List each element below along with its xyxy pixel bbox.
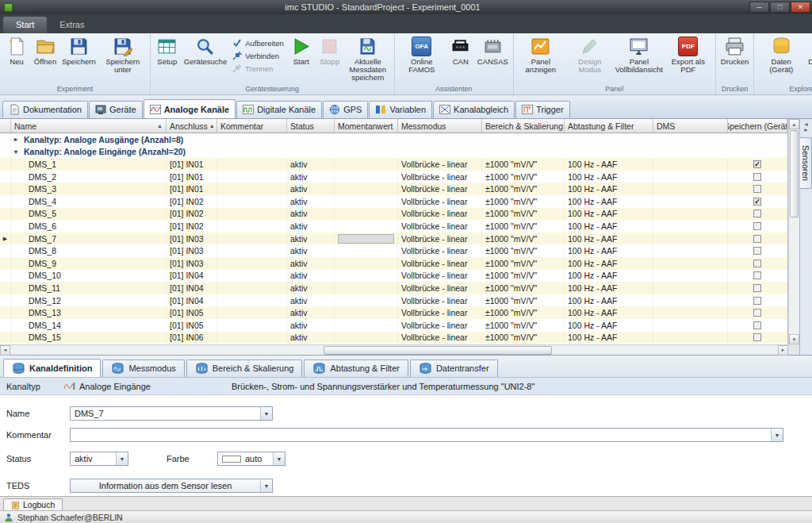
vertical-scrollbar[interactable]: ▲ ▼ [788, 119, 799, 344]
minimize-button[interactable]: ─ [749, 2, 769, 13]
channel-row[interactable]: DMS_12[01] IN04aktivVollbrücke - linear±… [0, 294, 787, 307]
column-header-name[interactable]: Name▲ [11, 119, 167, 133]
detail-tab-abtastung-filter[interactable]: Abtastung & Filter [304, 360, 408, 377]
speichern-checkbox[interactable] [753, 284, 761, 292]
setup-button[interactable]: Setup [153, 35, 182, 84]
channel-row[interactable]: DMS_5[01] IN02aktivVollbrücke - linear±1… [0, 208, 787, 221]
tab-gps[interactable]: GPS [323, 101, 368, 118]
cansas-button[interactable]: CANSAS [475, 35, 511, 84]
vertical-scroll-thumb[interactable] [790, 130, 799, 217]
ribbon-tab-extras[interactable]: Extras [47, 17, 97, 33]
tab-geraete[interactable]: Geräte [89, 101, 143, 118]
start-button[interactable]: Start [287, 35, 316, 84]
expand-group-icon[interactable]: ▸ [14, 136, 24, 143]
table-group-row[interactable]: ▾Kanaltyp: Analoge Eingänge (Anzahl=20) [0, 146, 787, 159]
speichern-checkbox[interactable] [753, 247, 761, 255]
scroll-left-icon[interactable]: ◄ [0, 345, 10, 356]
channel-row[interactable]: DMS_3[01] IN01aktivVollbrücke - linear±1… [0, 183, 787, 195]
column-header-bereich-skalierung[interactable]: Bereich & Skalierung [482, 119, 565, 133]
channel-row[interactable]: DMS_9[01] IN03aktivVollbrücke - linear±1… [0, 257, 787, 270]
kommentar-combobox[interactable]: ▼ [70, 428, 783, 442]
speichern-checkbox[interactable]: ✓ [753, 198, 761, 206]
channel-row[interactable]: DMS_4[01] IN02aktivVollbrücke - linear±1… [0, 195, 787, 208]
panel-anzeigen-button[interactable]: Panel anzeigen [516, 35, 565, 84]
detail-tab-bereich-skalierung[interactable]: Bereich & Skalierung [186, 360, 303, 377]
column-header-status[interactable]: Status [287, 119, 335, 133]
logbuch-tab[interactable]: Logbuch [3, 498, 63, 510]
speichern-checkbox[interactable] [753, 260, 761, 267]
online-famos-button[interactable]: OFA Online FAMOS [397, 35, 446, 84]
speichern-checkbox[interactable] [753, 222, 761, 230]
channel-row[interactable]: DMS_15[01] IN06aktivVollbrücke - linear±… [0, 332, 787, 344]
channel-row[interactable]: DMS_10[01] IN04aktivVollbrücke - linear±… [0, 270, 787, 283]
trennen-button[interactable]: Trennen [232, 63, 284, 73]
horizontal-scrollbar[interactable]: ◄ ► [0, 344, 788, 355]
daten-pc-button[interactable]: Daten (PC) [806, 35, 812, 84]
column-header-messmodus[interactable]: Messmodus [398, 119, 482, 133]
expand-strip-icon[interactable]: ► [803, 127, 809, 133]
scroll-up-icon[interactable]: ▲ [789, 119, 799, 129]
speichern-checkbox[interactable] [753, 173, 761, 181]
verbinden-button[interactable]: Verbinden [232, 51, 284, 60]
column-header-momentanwert[interactable]: Momentanwert [335, 119, 398, 133]
channel-row[interactable]: DMS_13[01] IN05aktivVollbrücke - linear±… [0, 306, 787, 319]
neu-button[interactable]: Neu [2, 35, 31, 84]
name-combobox[interactable]: DMS_7 ▼ [70, 406, 273, 421]
tab-dokumentation[interactable]: Dokumentation [2, 101, 88, 118]
collapse-strip-icon[interactable]: ◄ [803, 121, 809, 127]
speichern-checkbox[interactable] [753, 185, 761, 193]
channel-row[interactable]: DMS_2[01] IN01aktivVollbrücke - linear±1… [0, 171, 787, 183]
scroll-right-icon[interactable]: ► [778, 345, 788, 356]
daten-geraet-button[interactable]: Daten (Gerät) [756, 35, 806, 84]
speichern-checkbox[interactable] [753, 309, 761, 317]
close-button[interactable]: ✕ [791, 2, 810, 13]
horizontal-scroll-thumb[interactable] [324, 346, 552, 355]
chevron-down-icon[interactable]: ▼ [771, 429, 783, 441]
column-header-anschluss[interactable]: Anschluss▲ [167, 119, 217, 133]
drucken-button[interactable]: Drucken [718, 35, 751, 84]
column-header-dms[interactable]: DMS [653, 119, 728, 133]
design-modus-button[interactable]: Design Modus [565, 35, 615, 84]
aufbereiten-button[interactable]: Aufbereiten [232, 38, 284, 48]
chevron-down-icon[interactable]: ▼ [260, 479, 272, 492]
detail-tab-kanaldefinition[interactable]: Kanaldefinition [3, 359, 101, 377]
tab-kanalabgleich[interactable]: Kanalabgleich [433, 101, 515, 118]
speichern-button[interactable]: Speichern [59, 35, 98, 84]
column-header-abtastung-filter[interactable]: Abtastung & Filter [565, 119, 653, 133]
maximize-button[interactable]: □ [770, 2, 790, 13]
channel-row[interactable]: DMS_11[01] IN04aktivVollbrücke - linear±… [0, 282, 787, 294]
chevron-down-icon[interactable]: ▼ [260, 407, 272, 420]
sensoren-side-tab[interactable]: Sensoren [800, 137, 812, 189]
speichern-checkbox[interactable] [753, 333, 761, 341]
speichern-checkbox[interactable] [753, 210, 761, 217]
can-button[interactable]: CAN [446, 35, 475, 84]
column-header-kommentar[interactable]: Kommentar [217, 119, 287, 133]
speichern-checkbox[interactable] [753, 297, 761, 305]
detail-tab-datentransfer[interactable]: Datentransfer [410, 360, 498, 377]
channel-row[interactable]: DMS_8[01] IN03aktivVollbrücke - linear±1… [0, 244, 787, 257]
geraetesuche-button[interactable]: Gerätesuche [182, 35, 229, 84]
oeffnen-button[interactable]: Öffnen [31, 35, 59, 84]
stopp-button[interactable]: Stopp [316, 35, 344, 84]
tab-digitale-kanaele[interactable]: Digitale Kanäle [236, 101, 322, 118]
status-combobox[interactable]: aktiv ▼ [70, 452, 128, 466]
channel-row[interactable]: ▶DMS_7[01] IN03aktivVollbrücke - linear±… [0, 233, 787, 245]
aktuelle-messdaten-speichern-button[interactable]: Aktuelle Messdaten speichern [344, 35, 392, 84]
scroll-down-icon[interactable]: ▼ [789, 334, 799, 344]
speichern-checkbox[interactable] [753, 235, 761, 243]
tab-trigger[interactable]: Trigger [515, 101, 569, 118]
collapse-group-icon[interactable]: ▾ [14, 148, 24, 156]
detail-tab-messmodus[interactable]: Messmodus [102, 360, 184, 377]
panel-vollbildansicht-button[interactable]: Panel Vollbildansicht [615, 35, 664, 84]
ribbon-tab-start[interactable]: Start [3, 17, 47, 33]
teds-read-sensor-button[interactable]: Information aus dem Sensor lesen ▼ [70, 479, 273, 493]
speichern-checkbox[interactable] [753, 321, 761, 329]
speichern-checkbox[interactable] [753, 271, 761, 279]
speichern-checkbox[interactable]: ✓ [753, 160, 761, 168]
tab-variablen[interactable]: Variablen [369, 101, 432, 118]
channel-row[interactable]: DMS_14[01] IN05aktivVollbrücke - linear±… [0, 319, 787, 332]
farbe-combobox[interactable]: auto ▼ [217, 452, 285, 466]
momentanwert-editor[interactable] [338, 234, 394, 244]
channel-row[interactable]: DMS_1[01] IN01aktivVollbrücke - linear±1… [0, 158, 787, 171]
chevron-down-icon[interactable]: ▼ [116, 452, 128, 465]
